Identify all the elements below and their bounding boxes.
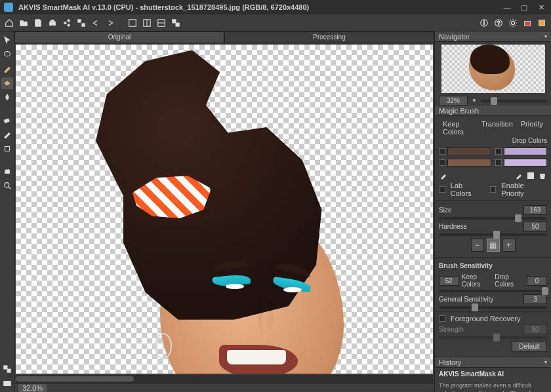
swatch-row[interactable]	[495, 147, 548, 156]
save-button[interactable]	[31, 16, 45, 29]
svg-point-4	[68, 24, 70, 26]
swatch-check[interactable]	[495, 159, 502, 166]
redo-button[interactable]	[104, 16, 117, 29]
cart-button[interactable]	[521, 16, 534, 29]
magic-brush-tool[interactable]	[1, 77, 13, 89]
swatch-check[interactable]	[439, 159, 445, 166]
swatch-row[interactable]	[495, 158, 548, 167]
size-knob[interactable]	[515, 214, 521, 222]
zoom-tool[interactable]	[1, 180, 13, 191]
svg-rect-22	[4, 119, 9, 123]
swatch-check[interactable]	[495, 148, 502, 155]
help-button[interactable]: ?	[492, 16, 505, 29]
sens-slider[interactable]	[439, 290, 547, 292]
view-split-h-button[interactable]	[140, 16, 153, 29]
keep-sens-label: Keep Colors	[462, 273, 492, 288]
enable-priority-checkbox[interactable]	[490, 186, 497, 193]
main-area: Original Processing	[14, 31, 434, 392]
svg-point-18	[511, 21, 514, 24]
canvas[interactable]	[16, 45, 433, 374]
lab-colors-checkbox[interactable]	[439, 186, 445, 193]
hand-tool[interactable]	[1, 165, 13, 177]
hardness-knob[interactable]	[493, 231, 500, 239]
general-knob[interactable]	[472, 304, 478, 311]
fg-checkbox[interactable]	[439, 315, 445, 322]
print-button[interactable]	[46, 16, 59, 29]
close-button[interactable]: ✕	[535, 3, 547, 12]
view-checker-button[interactable]	[169, 16, 182, 29]
undo-button[interactable]	[89, 16, 102, 29]
batch-button[interactable]	[75, 16, 88, 29]
checker-toggle[interactable]	[1, 363, 13, 375]
zoom-value[interactable]: 32%	[439, 96, 468, 106]
size-value[interactable]: 163	[523, 205, 547, 215]
open-button[interactable]	[17, 16, 30, 29]
eraser-tool[interactable]	[1, 114, 13, 126]
lasso-tool[interactable]	[1, 49, 13, 60]
zoom-dropdown-icon[interactable]: ▼	[472, 98, 477, 104]
share-button[interactable]	[60, 16, 73, 29]
crop-tool[interactable]	[1, 143, 13, 155]
view-full-button[interactable]	[126, 16, 139, 29]
subject-eye	[283, 287, 302, 292]
history-header[interactable]: History▾	[435, 357, 551, 368]
view-split-v-button[interactable]	[155, 16, 168, 29]
blur-tool[interactable]	[1, 92, 13, 104]
hardness-value[interactable]: 50	[523, 222, 547, 231]
mode-select[interactable]: ▦	[487, 239, 500, 252]
hardness-slider[interactable]	[439, 233, 547, 236]
swatch-chip[interactable]	[447, 159, 491, 167]
swatch-row[interactable]	[439, 147, 491, 156]
swatch-row[interactable]	[439, 158, 491, 167]
swatch-check[interactable]	[439, 148, 445, 155]
scrollbar-thumb[interactable]	[16, 376, 134, 382]
zoom-knob[interactable]	[491, 97, 497, 105]
history-label: History	[439, 357, 461, 368]
whatsnew-button[interactable]	[535, 16, 548, 29]
general-label: General Sensitivity	[439, 296, 493, 303]
mode-plus[interactable]: +	[502, 239, 516, 252]
navigator-thumb[interactable]	[441, 45, 545, 93]
zoom-slider[interactable]	[481, 100, 547, 102]
navigator-header[interactable]: Navigator▾	[435, 31, 551, 42]
swatch-chip[interactable]	[504, 159, 548, 167]
size-slider[interactable]	[439, 217, 547, 220]
magic-brush-header[interactable]: Magic Brush	[435, 106, 551, 116]
mode-minus[interactable]: −	[471, 239, 484, 252]
brush-tool[interactable]	[1, 128, 13, 140]
svg-line-25	[8, 187, 10, 189]
mask-toggle[interactable]	[1, 378, 13, 389]
keep-colors-tab[interactable]: Keep Colors	[439, 119, 478, 137]
swatch-chip[interactable]	[447, 147, 491, 155]
home-button[interactable]	[3, 16, 16, 29]
svg-rect-12	[173, 19, 176, 22]
info-button[interactable]: i	[478, 16, 491, 29]
magic-brush-label: Magic Brush	[439, 106, 479, 116]
svg-rect-6	[82, 23, 85, 26]
pointer-tool[interactable]	[1, 34, 13, 46]
save-colors-icon[interactable]	[526, 171, 535, 180]
delete-colors-icon[interactable]	[538, 171, 547, 180]
general-slider[interactable]	[439, 306, 547, 309]
swatch-chip[interactable]	[504, 147, 548, 155]
tab-processing[interactable]: Processing	[224, 31, 434, 43]
sens-knob[interactable]	[542, 287, 548, 295]
general-value[interactable]: 3	[523, 294, 547, 304]
maximize-button[interactable]: ▢	[518, 3, 530, 12]
navigator-preview[interactable]	[435, 42, 551, 96]
minimize-button[interactable]: —	[501, 3, 513, 12]
keep-sens-value[interactable]: 62	[439, 276, 459, 286]
tab-original[interactable]: Original	[14, 31, 224, 43]
wand-tool[interactable]	[1, 63, 13, 75]
svg-rect-26	[3, 366, 7, 369]
horizontal-scrollbar[interactable]	[16, 375, 433, 383]
transition-tab[interactable]: Transition	[478, 119, 517, 137]
settings-button[interactable]	[506, 16, 520, 29]
eyedropper-drop-icon[interactable]	[514, 171, 523, 180]
keep-swatches	[439, 147, 491, 167]
hardness-label: Hardness	[439, 223, 467, 230]
eyedropper-keep-icon[interactable]	[439, 171, 448, 180]
drop-sens-value[interactable]: 0	[527, 276, 547, 286]
priority-tab[interactable]: Priority	[517, 119, 547, 137]
default-button[interactable]: Default	[512, 341, 547, 352]
